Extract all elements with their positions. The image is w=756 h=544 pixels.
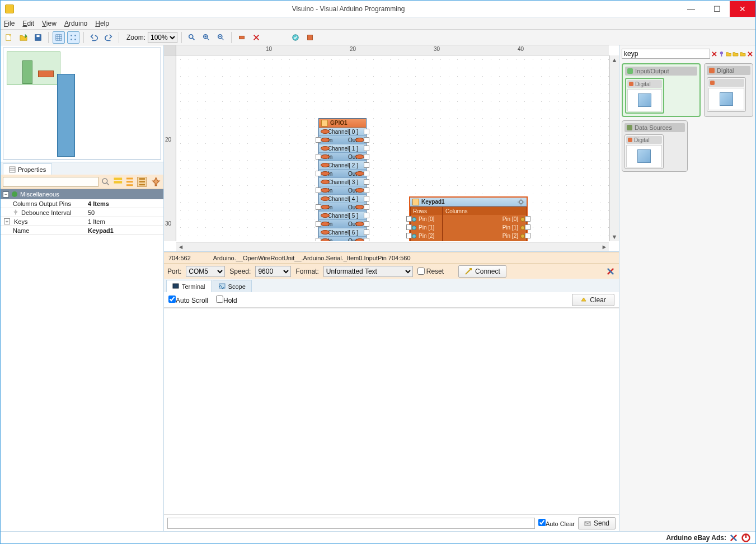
close-button[interactable]: ✕	[730, 1, 755, 17]
prop-row[interactable]: Debounce Interval 50	[1, 208, 163, 217]
prop-expand-icon[interactable]	[137, 177, 147, 187]
footer-power-icon[interactable]	[741, 533, 751, 543]
keypad-col-pin[interactable]: Pin [0]	[443, 215, 526, 223]
svg-rect-13	[10, 167, 15, 172]
speed-select[interactable]: 9600	[255, 266, 291, 277]
window-title: Visuino - Visual Arduino Programming	[18, 5, 678, 13]
gpio-io-row[interactable]: InOut	[319, 186, 366, 195]
menu-edit[interactable]: Edit	[22, 20, 34, 27]
palette-item-digital[interactable]	[707, 77, 746, 112]
palette-item-digital[interactable]: Digital	[625, 78, 664, 114]
clear-button[interactable]: Clear	[572, 294, 614, 306]
component-button[interactable]	[236, 31, 248, 44]
reset-checkbox[interactable]: Reset	[417, 268, 444, 275]
snap-button[interactable]	[67, 31, 79, 44]
serial-console[interactable]	[164, 308, 619, 514]
serial-settings-icon[interactable]	[605, 266, 616, 276]
gpio-channel[interactable]: Channel[ 6 ]	[319, 228, 366, 237]
palette-delete-icon[interactable]	[747, 49, 753, 59]
gpio-channel[interactable]: Channel[ 5 ]	[319, 212, 366, 220]
open-button[interactable]	[17, 31, 30, 44]
gpio-channel[interactable]: Channel[ 2 ]	[319, 161, 366, 170]
zoom-select[interactable]: 100%	[148, 32, 177, 43]
gpio-io-row[interactable]: InOut	[319, 136, 366, 144]
menu-view[interactable]: View	[42, 20, 57, 27]
autoclear-checkbox[interactable]: Auto Clear	[538, 519, 575, 527]
palette-item-digital[interactable]: Digital	[624, 134, 664, 169]
grid-button[interactable]	[53, 31, 65, 44]
gpio-io-row[interactable]: InOut	[319, 220, 366, 228]
palette-folder1-icon[interactable]	[726, 49, 732, 59]
footer-settings-icon[interactable]	[729, 533, 739, 543]
keypad-row-pin[interactable]: Pin [0]	[411, 215, 442, 223]
tab-scope[interactable]: Scope	[213, 280, 252, 292]
prop-row[interactable]: Name Keypad1	[1, 226, 163, 235]
hold-checkbox[interactable]: Hold	[216, 296, 237, 304]
prop-pin-icon[interactable]	[151, 177, 161, 187]
gpio-channel[interactable]: Channel[ 3 ]	[319, 178, 366, 186]
delete-button[interactable]	[250, 31, 262, 44]
keypad-col-pin[interactable]: Pin [1]	[443, 223, 526, 232]
keypad-row-pin[interactable]: Pin [3]	[411, 240, 442, 241]
prop-row[interactable]: Columns Output Pins 4 Items	[1, 199, 163, 208]
prop-cat-icon[interactable]	[113, 177, 123, 187]
tab-properties[interactable]: Properties	[3, 163, 52, 175]
gpio-io-row[interactable]: InOut	[319, 203, 366, 212]
palette-group-datasources[interactable]: Data Sources Digital	[622, 120, 688, 172]
palette-folder2-icon[interactable]	[732, 49, 739, 59]
canvas[interactable]: GPIO1 Channel[ 0 ]InOutChannel[ 1 ]InOut…	[176, 55, 609, 241]
speed-label: Speed:	[229, 268, 251, 275]
gpio-channel[interactable]: Channel[ 1 ]	[319, 144, 366, 153]
prop-row[interactable]: +Keys 1 Item	[1, 217, 163, 226]
terminal-icon	[172, 283, 179, 290]
gear-icon[interactable]	[518, 199, 524, 205]
zoom-in-button[interactable]	[200, 31, 213, 44]
properties-search[interactable]	[3, 177, 98, 187]
gpio-channel[interactable]: Channel[ 4 ]	[319, 195, 366, 203]
palette-search[interactable]	[622, 49, 710, 59]
verify-button[interactable]	[304, 31, 316, 44]
scrollbar-vertical[interactable]: ▲▼	[609, 55, 619, 241]
keypad-col-pin[interactable]: Pin [3]	[443, 240, 526, 241]
gpio1-block[interactable]: GPIO1 Channel[ 0 ]InOutChannel[ 1 ]InOut…	[318, 118, 367, 241]
redo-button[interactable]	[102, 31, 115, 44]
scrollbar-horizontal[interactable]: ◄►	[176, 242, 609, 251]
port-select[interactable]: COM5	[186, 266, 225, 277]
gpio-channel[interactable]: Channel[ 0 ]	[319, 128, 366, 136]
palette-clear-icon[interactable]	[711, 49, 717, 59]
menu-file[interactable]: File	[4, 20, 15, 27]
minimize-button[interactable]: —	[678, 1, 704, 17]
save-button[interactable]	[32, 31, 44, 44]
undo-button[interactable]	[88, 31, 100, 44]
prop-sort-icon[interactable]	[125, 177, 135, 187]
autoscroll-checkbox[interactable]: Auto Scroll	[168, 296, 208, 304]
tab-terminal[interactable]: Terminal	[166, 280, 212, 292]
format-select[interactable]: Unformatted Text	[323, 266, 413, 277]
gpio-io-row[interactable]: InOut	[319, 237, 366, 241]
palette-folder3-icon[interactable]	[740, 49, 746, 59]
keypad-row-pin[interactable]: Pin [2]	[411, 232, 442, 240]
maximize-button[interactable]: ☐	[704, 1, 730, 17]
palette-group-digital[interactable]: Digital	[704, 63, 753, 117]
upload-button[interactable]	[289, 31, 302, 44]
send-button[interactable]: Send	[578, 517, 616, 529]
overview-panel[interactable]	[3, 48, 161, 160]
prop-find-icon[interactable]	[101, 177, 111, 187]
zoom-fit-button[interactable]	[186, 31, 198, 44]
palette-group-inputoutput[interactable]: Input/Output Digital	[622, 63, 701, 117]
gpio-io-row[interactable]: InOut	[319, 153, 366, 161]
palette-filter-icon[interactable]	[719, 49, 725, 59]
new-button[interactable]	[3, 31, 15, 44]
connect-button[interactable]: Connect	[458, 265, 506, 278]
menu-arduino[interactable]: Arduino	[64, 20, 87, 27]
svg-rect-16	[114, 181, 122, 183]
keypad-row-pin[interactable]: Pin [1]	[411, 223, 442, 232]
send-input[interactable]	[167, 518, 535, 529]
svg-rect-2	[36, 35, 39, 37]
menu-help[interactable]: Help	[95, 20, 109, 27]
keypad1-block[interactable]: Keypad1 Rows Pin [0]Pin [1]Pin [2]Pin [3…	[409, 196, 528, 241]
prop-category[interactable]: − Miscellaneous	[1, 189, 163, 199]
zoom-out-button[interactable]	[215, 31, 227, 44]
gpio-io-row[interactable]: InOut	[319, 170, 366, 178]
keypad-col-pin[interactable]: Pin [2]	[443, 232, 526, 240]
